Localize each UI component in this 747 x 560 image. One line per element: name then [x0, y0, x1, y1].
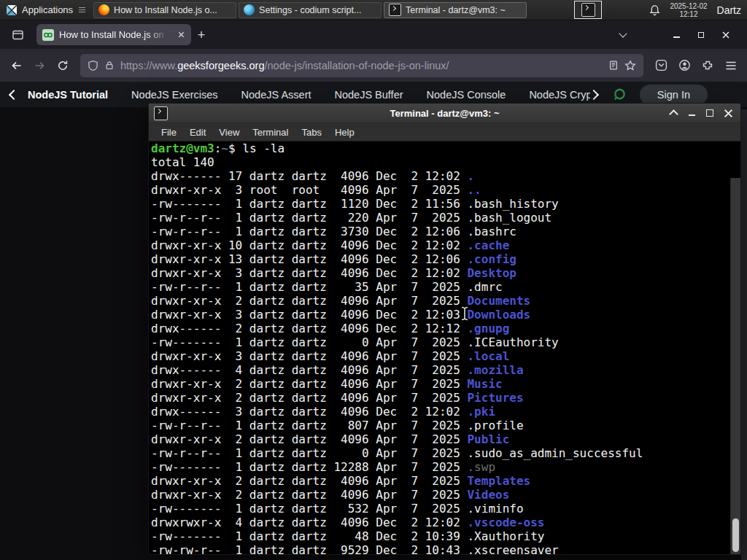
- url-text: https://www.geeksforgeeks.org/node-js/in…: [120, 60, 603, 71]
- lock-icon[interactable]: [104, 60, 115, 71]
- pocket-icon[interactable]: [651, 55, 671, 76]
- terminal-output-line: drwx------ 4 dartz dartz 4096 Apr 7 2025…: [151, 363, 740, 377]
- terminal-titlebar[interactable]: Terminal - dartz@vm3: ~: [149, 104, 740, 123]
- terminal-output-line: -rw------- 1 dartz dartz 12288 Apr 7 202…: [151, 460, 740, 474]
- terminal-output-line: drwx------ 3 dartz dartz 4096 Dec 2 12:0…: [151, 405, 740, 419]
- panel-tray: 2025-12-02 12:12 Dartz: [649, 2, 747, 18]
- terminal-icon: [389, 4, 401, 16]
- list-all-tabs-icon[interactable]: [613, 25, 633, 45]
- terminal-output-line: -rw-r--r-- 1 dartz dartz 35 Apr 7 2025 .…: [151, 280, 740, 294]
- nav-scroll-left-icon[interactable]: [9, 89, 19, 99]
- terminal-output-line: drwxr-xr-x 3 dartz dartz 4096 Apr 7 2025…: [151, 349, 740, 363]
- terminal-output-line: -rw------- 1 dartz dartz 48 Dec 2 10:39 …: [151, 529, 740, 543]
- firefox-view-icon[interactable]: [7, 25, 28, 45]
- geeksforgeeks-favicon: [42, 29, 54, 41]
- scrollbar-thumb[interactable]: [732, 518, 739, 552]
- tab-close-icon[interactable]: [177, 31, 185, 39]
- maximize-icon[interactable]: [703, 106, 716, 120]
- file-listing: drwx------ 17 dartz dartz 4096 Dec 2 12:…: [151, 169, 740, 554]
- menu-lines-icon: [79, 7, 85, 12]
- notification-bell-icon[interactable]: [649, 4, 660, 16]
- navigation-toolbar: https://www.geeksforgeeks.org/node-js/in…: [0, 49, 747, 82]
- page-scrollbar[interactable]: [741, 109, 747, 560]
- reader-view-icon[interactable]: [608, 60, 619, 71]
- terminal-menu-item[interactable]: File: [155, 127, 183, 138]
- taskbar-button-codium[interactable]: Settings - codium script...: [239, 2, 382, 18]
- terminal-output-line: drwxr-xr-x 2 dartz dartz 4096 Apr 7 2025…: [151, 432, 740, 446]
- applications-label: Applications: [22, 4, 73, 15]
- applications-menu-button[interactable]: Applications: [0, 0, 91, 20]
- terminal-icon: [154, 106, 168, 120]
- terminal-output-line: drwxr-xr-x 3 root root 4096 Apr 7 2025 .…: [151, 183, 740, 197]
- terminal-output-line: drwxr-xr-x 2 dartz dartz 4096 Apr 7 2025…: [151, 488, 740, 502]
- close-icon[interactable]: [721, 106, 735, 120]
- close-icon[interactable]: [719, 28, 732, 42]
- terminal-output-line: -rw------- 1 dartz dartz 0 Apr 7 2025 .I…: [151, 335, 740, 349]
- nav-link[interactable]: NodeJS Assert: [241, 89, 311, 101]
- shade-icon[interactable]: [667, 106, 680, 120]
- terminal-window-controls: [667, 106, 740, 120]
- terminal-menu-item[interactable]: Edit: [183, 127, 212, 138]
- new-tab-button[interactable]: +: [191, 25, 212, 45]
- terminal-menu-item[interactable]: Help: [328, 127, 361, 138]
- hamburger-menu-icon[interactable]: [721, 55, 741, 76]
- nav-link[interactable]: NodeJS Exercises: [131, 89, 217, 101]
- reload-icon[interactable]: [53, 55, 73, 76]
- terminal-output-line: drwxr-xr-x 2 dartz dartz 4096 Apr 7 2025…: [151, 391, 740, 405]
- terminal-output-line: drwx------ 2 dartz dartz 4096 Dec 2 12:1…: [151, 322, 740, 335]
- terminal-output-line: -rw-r--r-- 1 dartz dartz 0 Apr 7 2025 .s…: [151, 446, 740, 460]
- taskbar-button-firefox[interactable]: How to Install Node.js o...: [93, 2, 236, 18]
- maximize-icon[interactable]: [694, 28, 708, 42]
- nav-link[interactable]: NodeJS Console: [427, 89, 506, 101]
- taskbar-label: Terminal - dartz@vm3: ~: [406, 5, 506, 15]
- terminal-menu-item[interactable]: Tabs: [295, 127, 328, 138]
- taskbar-button-terminal[interactable]: Terminal - dartz@vm3: ~: [384, 2, 527, 18]
- nav-link[interactable]: NodeJS Buffer: [335, 89, 403, 101]
- terminal-output-line: -rw-rw-r-- 1 dartz dartz 9529 Dec 2 10:4…: [151, 543, 740, 554]
- terminal-output-line: drwxr-xr-x 3 dartz dartz 4096 Dec 2 12:0…: [151, 266, 740, 280]
- tracking-shield-icon[interactable]: [88, 60, 98, 71]
- nav-link[interactable]: NodeJS Crypto: [529, 89, 589, 101]
- terminal-output-line: total 140: [151, 155, 740, 169]
- terminal-window: Terminal - dartz@vm3: ~ FileEditViewTerm…: [148, 103, 741, 555]
- terminal-output-line: drwx------ 17 dartz dartz 4096 Dec 2 12:…: [151, 169, 740, 183]
- terminal-menu-item[interactable]: View: [212, 127, 246, 138]
- terminal-output-line: drwxr-xr-x 2 dartz dartz 4096 Apr 7 2025…: [151, 377, 740, 391]
- extensions-puzzle-icon[interactable]: [697, 55, 718, 76]
- nav-link[interactable]: NodeJS Tutorial: [28, 89, 108, 101]
- panel-username[interactable]: Dartz: [717, 4, 741, 16]
- taskbar-label: Settings - codium script...: [259, 5, 361, 15]
- terminal-output-line: -rw-r--r-- 1 dartz dartz 807 Apr 7 2025 …: [151, 419, 740, 432]
- browser-tab[interactable]: How to Install Node.js on: [36, 24, 191, 45]
- mouse-ibeam-cursor: [460, 306, 469, 321]
- sign-in-button[interactable]: Sign In: [640, 85, 708, 105]
- terminal-launcher-icon[interactable]: [574, 1, 602, 19]
- minimize-icon[interactable]: [670, 28, 683, 42]
- prompt-cwd: ~: [221, 141, 228, 155]
- panel-clock[interactable]: 2025-12-02 12:12: [670, 2, 707, 18]
- typed-command: ls -la: [242, 141, 285, 155]
- account-icon[interactable]: [674, 55, 694, 76]
- terminal-output-line: -rw------- 1 dartz dartz 1120 Dec 2 11:5…: [151, 197, 740, 211]
- vscodium-icon: [244, 4, 255, 15]
- plus-icon: +: [198, 28, 206, 42]
- firefox-icon: [98, 4, 109, 15]
- distro-logo-icon: [6, 4, 18, 16]
- site-search-icon[interactable]: [612, 88, 627, 102]
- url-bar[interactable]: https://www.geeksforgeeks.org/node-js/in…: [80, 54, 643, 77]
- terminal-output-line: drwxr-xr-x 13 dartz dartz 4096 Dec 2 12:…: [151, 252, 740, 266]
- bookmark-star-icon[interactable]: [624, 60, 636, 71]
- minimize-icon[interactable]: [685, 106, 698, 120]
- back-button[interactable]: [6, 55, 26, 76]
- terminal-output-line: -rw-r--r-- 1 dartz dartz 220 Apr 7 2025 …: [151, 211, 740, 225]
- nav-scroll-right-icon[interactable]: [589, 89, 599, 99]
- terminal-output-line: drwxr-xr-x 2 dartz dartz 4096 Apr 7 2025…: [151, 474, 740, 488]
- terminal-output[interactable]: dartz@vm3:~$ ls -la total 140 drwx------…: [149, 141, 740, 554]
- terminal-menu-item[interactable]: Terminal: [246, 127, 295, 138]
- clock-time: 12:12: [670, 10, 707, 18]
- terminal-output-line: drwxrwxr-x 4 dartz dartz 4096 Dec 2 12:0…: [151, 516, 740, 529]
- forward-button[interactable]: [29, 55, 50, 76]
- prompt-user-host: dartz@vm3: [151, 141, 214, 155]
- terminal-scrollbar[interactable]: [730, 178, 740, 554]
- terminal-output-line: drwxr-xr-x 3 dartz dartz 4096 Dec 2 12:0…: [151, 308, 740, 322]
